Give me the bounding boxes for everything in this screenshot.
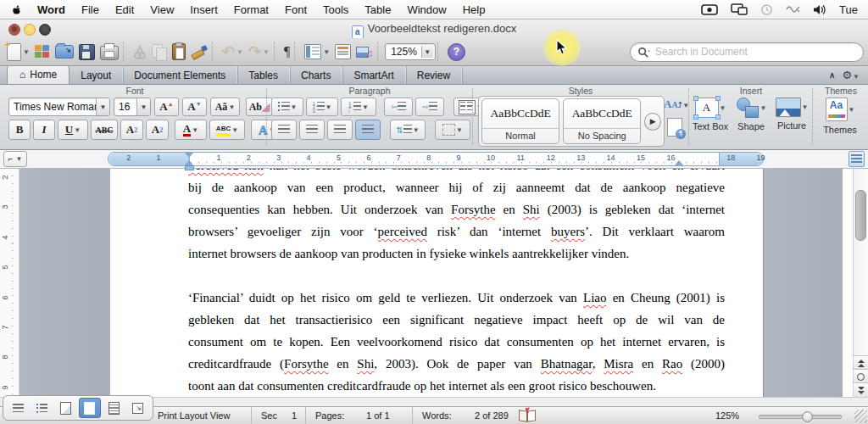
vertical-ruler[interactable]: 23456789 [0, 168, 19, 397]
text-line[interactable]: internet browsers de aankoop van product… [188, 243, 725, 265]
print-button[interactable] [97, 40, 121, 64]
increase-indent-button[interactable]: ⇨ [415, 98, 444, 116]
format-painter-button[interactable] [188, 40, 210, 64]
more-styles-button[interactable]: ▶ [644, 113, 661, 131]
tab-stop-selector[interactable]: ⌐▼ [3, 151, 27, 167]
ribbon-tab[interactable]: ⌂Charts [290, 66, 342, 84]
menu-item[interactable]: Edit [115, 3, 134, 16]
time-machine-icon[interactable] [760, 3, 773, 16]
menu-item[interactable]: Table [364, 3, 391, 16]
font-color-button[interactable]: A▼ [175, 120, 207, 140]
window-resize-grip[interactable] [854, 410, 867, 422]
menu-bar-clock[interactable]: Tue [839, 3, 858, 16]
screen-recording-icon[interactable] [701, 4, 718, 15]
font-size-combobox[interactable]: 16▼ [114, 98, 151, 116]
undo-button[interactable]: ↶▼ [220, 40, 246, 64]
document-proxy-icon[interactable]: a [352, 25, 364, 39]
strikethrough-button[interactable]: ABC [91, 120, 118, 140]
insert-text-box-button[interactable]: A▼ Text Box [692, 98, 729, 131]
themes-button[interactable]: Aa▼ Themes [821, 98, 860, 135]
menu-item[interactable]: Font [285, 3, 307, 16]
underline-button[interactable]: U▼ [58, 120, 88, 140]
search-field[interactable] [630, 42, 864, 62]
gear-icon[interactable]: ⚙▼ [842, 69, 860, 81]
change-case-button[interactable]: Aã▼ [210, 98, 240, 116]
left-indent-marker[interactable] [185, 165, 194, 170]
highlight-button[interactable]: ABC▼ [209, 120, 245, 140]
print-layout-view-button[interactable] [79, 398, 101, 418]
help-button[interactable]: ? [445, 40, 468, 64]
subscript-button[interactable]: A2 [146, 120, 169, 140]
notebook-layout-view-button[interactable] [104, 399, 125, 417]
menu-item[interactable]: Window [407, 3, 446, 16]
ribbon-tab[interactable]: ⌂Tables [237, 66, 290, 84]
italic-button[interactable]: I [33, 120, 55, 140]
align-right-button[interactable] [327, 120, 353, 140]
previous-page-button[interactable] [854, 355, 868, 370]
bullets-button[interactable]: ▼ [271, 98, 303, 116]
insert-picture-button[interactable]: ▼ Picture [773, 98, 810, 131]
zoom-combobox[interactable]: 125%▼ [385, 43, 436, 60]
words-value[interactable]: 2 of 289 [475, 410, 509, 421]
select-browse-object-button[interactable] [854, 369, 868, 383]
apple-menu-icon[interactable] [10, 3, 21, 16]
horizontal-ruler[interactable]: 21123456789101112131415161819 [108, 152, 764, 166]
shrink-font-button[interactable]: A▼ [182, 98, 207, 116]
publishing-layout-view-button[interactable] [55, 399, 75, 417]
wave-status-icon[interactable] [786, 4, 800, 14]
scrollbar-thumb[interactable] [855, 190, 866, 241]
ribbon-tab[interactable]: ⌂Home [7, 64, 70, 84]
align-left-button[interactable] [271, 120, 297, 140]
open-button[interactable] [53, 40, 76, 64]
first-line-indent-marker[interactable] [185, 153, 193, 158]
bold-button[interactable]: B [8, 120, 31, 140]
text-line[interactable]: consument om te kopen. Een veelvoorkomen… [188, 331, 725, 353]
insert-shape-button[interactable]: ▼ Shape [732, 98, 770, 131]
cut-button[interactable] [131, 40, 149, 64]
text-line[interactable]: browsers’ gevoeliger zijn voor ‘perceive… [188, 220, 725, 243]
zoom-slider[interactable] [759, 415, 842, 419]
menu-item[interactable]: Help [463, 3, 486, 16]
font-family-combobox[interactable]: Times New Roman▼ [8, 98, 110, 116]
change-styles-button[interactable]: AA⤴▼ [664, 98, 689, 111]
right-indent-marker[interactable] [675, 160, 683, 165]
justify-button[interactable] [355, 120, 381, 140]
ribbon-tab[interactable]: ⌂Review [406, 66, 462, 84]
align-center-button[interactable] [299, 120, 325, 140]
focus-view-button[interactable]: ⇲ [127, 399, 147, 417]
text-line[interactable]: gebleken dat het transactierisico een si… [188, 309, 725, 331]
split-handle-icon[interactable] [849, 151, 865, 167]
ribbon-tab[interactable]: ⌂Layout [70, 66, 123, 84]
media-browser-button[interactable] [353, 40, 376, 64]
zoom-slider-knob[interactable] [802, 411, 813, 422]
outline-view-button[interactable] [31, 399, 52, 417]
collapse-ribbon-icon[interactable]: ∧ [829, 70, 835, 80]
menu-item[interactable]: Format [234, 3, 269, 16]
search-icon[interactable] [637, 47, 650, 58]
page-layout-button[interactable]: ▼ [302, 40, 332, 64]
manage-styles-button[interactable]: ¶ [667, 118, 682, 137]
grow-font-button[interactable]: A▲ [154, 98, 179, 116]
text-line[interactable]: toont aan dat consumenten creditcardfrau… [188, 375, 725, 397]
ribbon-tab[interactable]: ⌂SmartArt [342, 66, 405, 84]
text-line[interactable]: creditcardfraude (Forsythe en Shi, 2003)… [188, 353, 725, 375]
redo-button[interactable]: ↷▼ [246, 40, 272, 64]
style-chip-no-spacing[interactable]: AaBbCcDdE No Spacing [563, 98, 641, 144]
search-input[interactable] [654, 45, 856, 59]
line-spacing-button[interactable]: ⇅▼ [390, 120, 426, 140]
menu-item[interactable]: View [150, 3, 174, 16]
show-formatting-marks-button[interactable]: ¶ [281, 40, 292, 64]
superscript-button[interactable]: A2 [120, 120, 143, 140]
draft-view-button[interactable] [8, 399, 29, 417]
next-page-button[interactable] [854, 382, 868, 397]
new-document-button[interactable]: ▼ [4, 40, 32, 64]
multilevel-list-button[interactable]: 1 a i▼ [341, 98, 376, 116]
gallery-button[interactable] [32, 40, 53, 64]
menu-item[interactable]: Tools [323, 3, 348, 16]
borders-button[interactable]: ▼ [435, 120, 470, 140]
numbering-button[interactable]: 1 2 3▼ [306, 98, 338, 116]
displays-icon[interactable] [731, 3, 748, 15]
paste-button[interactable] [170, 40, 188, 64]
text-line[interactable]: ‘Financial’ duidt op het risico om geld … [188, 287, 725, 309]
copy-button[interactable] [149, 40, 170, 64]
